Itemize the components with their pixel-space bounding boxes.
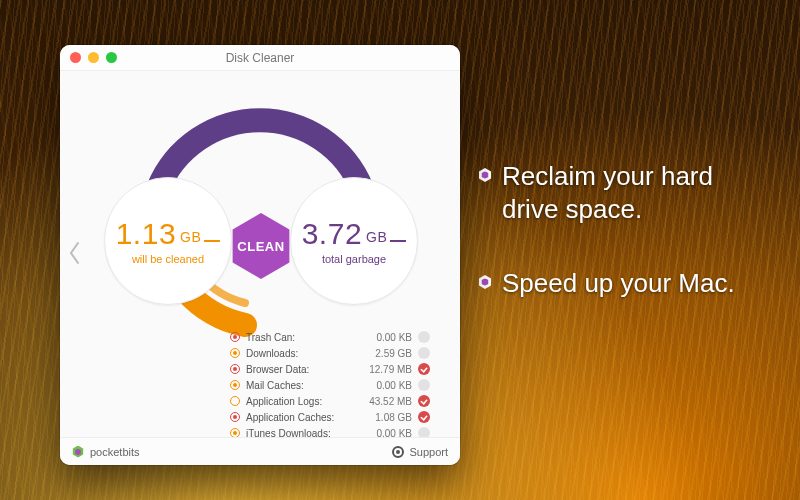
item-check-toggle[interactable] xyxy=(418,347,430,359)
value-circle-cleaned: 1.13GB will be cleaned xyxy=(104,177,232,305)
list-item[interactable]: Downloads:2.59 GB xyxy=(230,345,430,361)
support-icon xyxy=(392,446,404,458)
item-label: Trash Can: xyxy=(246,332,356,343)
promo-line-1a: Reclaim your hard xyxy=(502,160,713,193)
support-label: Support xyxy=(409,446,448,458)
item-radio-icon[interactable] xyxy=(230,412,240,422)
item-label: Application Caches: xyxy=(246,412,356,423)
titlebar: Disk Cleaner xyxy=(60,45,460,71)
item-check-toggle[interactable] xyxy=(418,363,430,375)
list-item[interactable]: Browser Data:12.79 MB xyxy=(230,361,430,377)
item-check-toggle[interactable] xyxy=(418,411,430,423)
item-label: Downloads: xyxy=(246,348,356,359)
item-size: 12.79 MB xyxy=(362,364,412,375)
item-check-toggle[interactable] xyxy=(418,379,430,391)
item-size: 43.52 MB xyxy=(362,396,412,407)
brand-logo-icon xyxy=(72,446,84,458)
value-circle-garbage: 3.72GB total garbage xyxy=(290,177,418,305)
list-item[interactable]: Mail Caches:0.00 KB xyxy=(230,377,430,393)
cleanup-item-list: Trash Can:0.00 KBDownloads:2.59 GBBrowse… xyxy=(230,329,430,441)
garbage-unit: GB xyxy=(366,229,387,245)
garbage-label: total garbage xyxy=(322,253,386,265)
list-item[interactable]: Application Caches:1.08 GB xyxy=(230,409,430,425)
item-radio-icon[interactable] xyxy=(230,396,240,406)
item-radio-icon[interactable] xyxy=(230,332,240,342)
garbage-value: 3.72 xyxy=(302,217,362,250)
hex-bullet-icon xyxy=(478,168,492,182)
window-minimize-button[interactable] xyxy=(88,52,99,63)
promo-line-1b: drive space. xyxy=(502,193,713,226)
item-size: 1.08 GB xyxy=(362,412,412,423)
item-radio-icon[interactable] xyxy=(230,364,240,374)
item-radio-icon[interactable] xyxy=(230,348,240,358)
clean-button[interactable]: CLEAN xyxy=(228,213,294,279)
item-check-toggle[interactable] xyxy=(418,395,430,407)
brand-name: pocketbits xyxy=(90,446,140,458)
item-size: 2.59 GB xyxy=(362,348,412,359)
hex-bullet-icon xyxy=(478,275,492,289)
cleaned-label: will be cleaned xyxy=(132,253,204,265)
cleaned-value: 1.13 xyxy=(116,217,176,250)
item-check-toggle[interactable] xyxy=(418,331,430,343)
back-chevron-icon[interactable] xyxy=(68,241,82,265)
list-item[interactable]: Application Logs:43.52 MB xyxy=(230,393,430,409)
window-title: Disk Cleaner xyxy=(226,51,295,65)
item-size: 0.00 KB xyxy=(362,380,412,391)
promo-copy: Reclaim your hard drive space. Speed up … xyxy=(478,160,735,342)
item-label: Mail Caches: xyxy=(246,380,356,391)
item-size: 0.00 KB xyxy=(362,332,412,343)
app-window: Disk Cleaner 1.13GB will be clean xyxy=(60,45,460,465)
window-zoom-button[interactable] xyxy=(106,52,117,63)
window-close-button[interactable] xyxy=(70,52,81,63)
item-label: Browser Data: xyxy=(246,364,356,375)
brand-badge[interactable]: pocketbits xyxy=(72,446,140,458)
clean-button-label: CLEAN xyxy=(237,239,284,254)
item-label: Application Logs: xyxy=(246,396,356,407)
list-item[interactable]: Trash Can:0.00 KB xyxy=(230,329,430,345)
item-radio-icon[interactable] xyxy=(230,380,240,390)
promo-line-2: Speed up your Mac. xyxy=(502,267,735,300)
support-link[interactable]: Support xyxy=(392,446,448,458)
cleaned-unit: GB xyxy=(180,229,201,245)
